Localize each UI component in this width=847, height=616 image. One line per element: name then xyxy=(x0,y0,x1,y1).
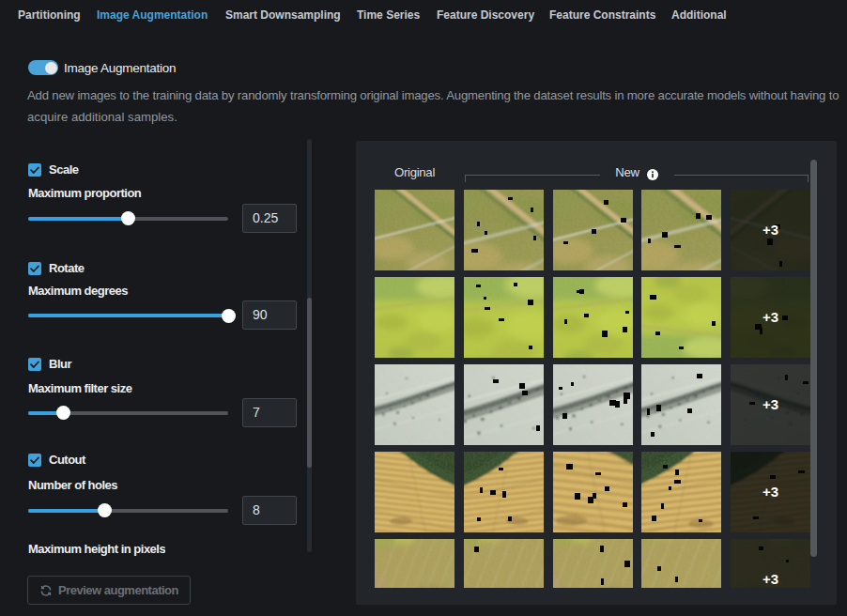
svg-text:+3: +3 xyxy=(762,309,778,325)
svg-text:+3: +3 xyxy=(762,396,778,412)
svg-text:+3: +3 xyxy=(762,571,778,587)
svg-text:+3: +3 xyxy=(762,484,778,500)
svg-text:+3: +3 xyxy=(762,222,778,238)
